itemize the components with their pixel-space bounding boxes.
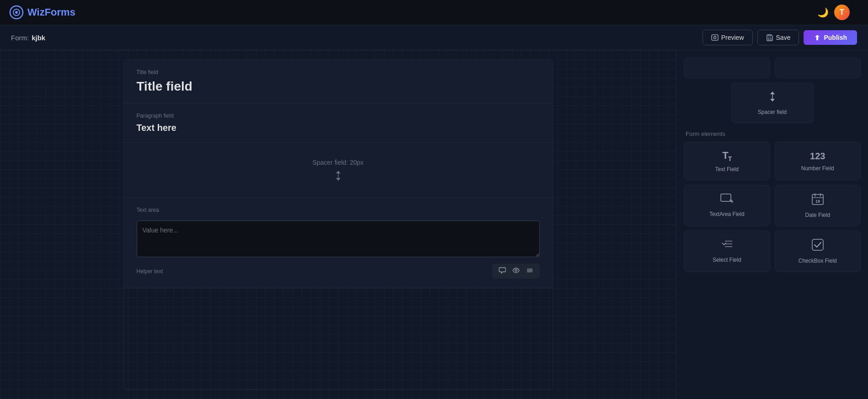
top-nav: WizForms 🌙 T — [0, 0, 868, 25]
textarea-footer: Helper text — [137, 264, 540, 279]
spacer-card-icon — [766, 91, 779, 105]
top-partial-row — [684, 58, 861, 78]
spacer-field-label: Spacer field: 20px — [312, 159, 363, 166]
publish-icon — [814, 34, 821, 41]
form-name: kjbk — [32, 34, 45, 42]
svg-rect-13 — [721, 194, 731, 201]
logo: WizForms — [9, 5, 75, 20]
nav-right: 🌙 T — [817, 5, 859, 20]
number-field-icon: 123 — [810, 151, 825, 162]
date-field-icon: 19 — [811, 193, 824, 208]
title-field[interactable]: Title field Title field — [124, 60, 553, 103]
number-field-label: Number Field — [801, 165, 834, 172]
spacer-field[interactable]: Spacer field: 20px — [124, 143, 553, 198]
spacer-arrows-icon — [331, 170, 345, 182]
svg-point-8 — [515, 270, 517, 271]
partial-card-1[interactable] — [684, 58, 770, 78]
text-field-icon: TT — [722, 150, 731, 162]
svg-point-4 — [714, 37, 716, 39]
user-avatar[interactable]: T — [834, 5, 850, 20]
textarea-field[interactable]: Text area Helper text — [124, 198, 553, 288]
form-label: Form: kjbk — [11, 34, 45, 42]
partial-card-2[interactable] — [775, 58, 861, 78]
checkbox-field-icon — [811, 238, 824, 254]
textarea-field-icon — [720, 194, 733, 207]
preview-button[interactable]: Preview — [703, 30, 753, 45]
logo-icon — [9, 5, 24, 20]
checkbox-field-label: CheckBox Field — [799, 258, 837, 264]
paragraph-field[interactable]: Paragraph field Text here — [124, 103, 553, 143]
canvas-area: Title field Title field Paragraph field … — [0, 50, 676, 399]
textarea-input[interactable] — [137, 221, 540, 257]
right-sidebar: Spacer field Form elements TT Text Field… — [676, 50, 868, 399]
text-field-card[interactable]: TT Text Field — [684, 142, 770, 180]
paragraph-field-content: Text here — [137, 123, 540, 133]
publish-button[interactable]: Publish — [804, 30, 857, 45]
title-field-content: Title field — [137, 79, 540, 94]
textarea-field-label: Text area — [137, 207, 540, 213]
select-field-icon — [720, 239, 733, 253]
textarea-card-label: TextArea Field — [709, 211, 745, 217]
select-field-card[interactable]: Select Field — [684, 231, 770, 272]
date-field-label: Date Field — [805, 212, 830, 218]
svg-rect-5 — [768, 38, 771, 40]
helper-text: Helper text — [137, 268, 163, 275]
save-button[interactable]: Save — [757, 30, 799, 45]
title-field-label: Title field — [137, 69, 540, 75]
eye-icon[interactable] — [511, 266, 522, 276]
svg-rect-22 — [812, 239, 823, 250]
preview-icon — [711, 34, 719, 41]
comment-icon[interactable] — [497, 266, 508, 276]
form-bar: Form: kjbk Preview Save Publish — [0, 25, 868, 50]
settings-lines-icon[interactable] — [524, 266, 535, 276]
date-field-card[interactable]: 19 Date Field — [775, 185, 861, 226]
textarea-field-card[interactable]: TextArea Field — [684, 185, 770, 226]
form-prefix: Form: — [11, 34, 29, 42]
svg-rect-3 — [712, 35, 718, 40]
select-field-label: Select Field — [713, 257, 741, 263]
paragraph-field-label: Paragraph field — [137, 113, 540, 119]
number-field-card[interactable]: 123 Number Field — [775, 142, 861, 180]
save-icon — [766, 34, 773, 41]
form-canvas: Title field Title field Paragraph field … — [123, 59, 553, 390]
svg-rect-6 — [768, 35, 771, 36]
textarea-actions — [492, 264, 540, 279]
checkbox-field-card[interactable]: CheckBox Field — [775, 231, 861, 272]
svg-text:19: 19 — [815, 199, 820, 204]
form-actions: Preview Save Publish — [703, 30, 857, 45]
fields-grid: TT Text Field 123 Number Field TextArea … — [684, 142, 861, 272]
spacer-card-label: Spacer field — [758, 109, 787, 115]
dark-mode-icon[interactable]: 🌙 — [817, 7, 829, 18]
text-field-label: Text Field — [715, 166, 739, 173]
main-layout: Title field Title field Paragraph field … — [0, 50, 868, 399]
svg-point-2 — [15, 11, 18, 14]
app-title: WizForms — [27, 6, 75, 18]
form-elements-label: Form elements — [686, 130, 861, 137]
spacer-field-card[interactable]: Spacer field — [731, 83, 814, 123]
